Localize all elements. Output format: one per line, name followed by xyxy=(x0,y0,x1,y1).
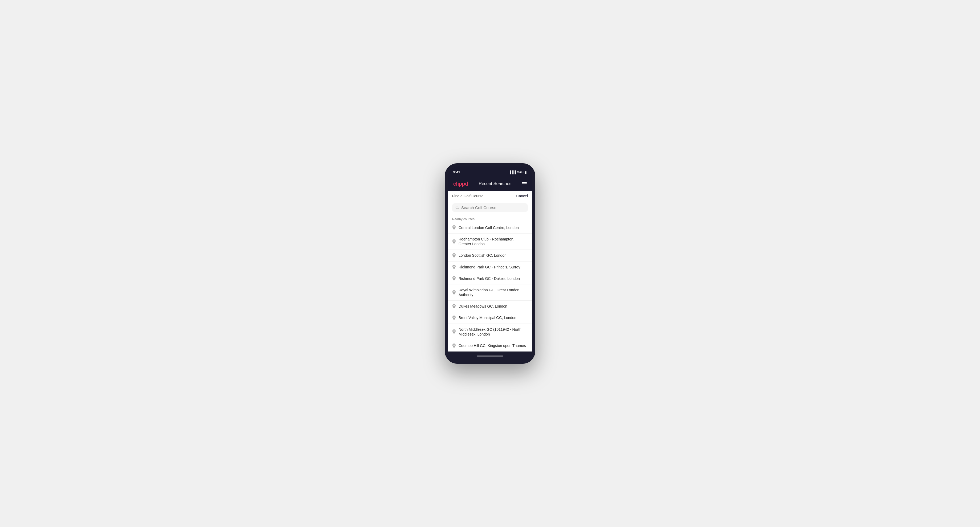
course-name: North Middlesex GC (1011942 - North Midd… xyxy=(458,327,528,337)
course-name: Dukes Meadows GC, London xyxy=(458,304,508,309)
cancel-button[interactable]: Cancel xyxy=(516,194,528,198)
search-input-wrapper[interactable] xyxy=(452,203,528,212)
course-name: Richmond Park GC - Duke's, London xyxy=(458,276,520,281)
list-item[interactable]: Roehampton Club - Roehampton, Greater Lo… xyxy=(448,233,532,250)
status-time: 9:41 xyxy=(453,170,460,174)
header-title: Recent Searches xyxy=(479,181,512,186)
search-input[interactable] xyxy=(461,205,525,210)
list-item[interactable]: North Middlesex GC (1011942 - North Midd… xyxy=(448,324,532,340)
signal-icon: ▐▐▐ xyxy=(509,170,516,174)
search-bar xyxy=(448,201,532,215)
list-item[interactable]: Coombe Hill GC, Kingston upon Thames xyxy=(448,340,532,351)
home-bar xyxy=(477,356,503,357)
location-icon xyxy=(452,253,456,258)
list-item[interactable]: Dukes Meadows GC, London xyxy=(448,301,532,312)
location-icon xyxy=(452,316,456,320)
course-name: Royal Wimbledon GC, Great London Authori… xyxy=(458,287,528,297)
list-item[interactable]: Richmond Park GC - Duke's, London xyxy=(448,273,532,284)
battery-icon: ▮ xyxy=(525,170,527,174)
nearby-section-label: Nearby courses xyxy=(448,215,532,222)
course-name: Central London Golf Centre, London xyxy=(458,225,519,230)
home-indicator xyxy=(448,351,532,360)
location-icon xyxy=(452,329,456,334)
course-name: Coombe Hill GC, Kingston upon Thames xyxy=(458,343,526,348)
course-name: Brent Valley Municipal GC, London xyxy=(458,315,516,320)
list-item[interactable]: Central London Golf Centre, London xyxy=(448,222,532,233)
course-name: Roehampton Club - Roehampton, Greater Lo… xyxy=(458,237,528,246)
status-icons: ▐▐▐ WiFi ▮ xyxy=(509,170,527,174)
course-list: Central London Golf Centre, London Roeha… xyxy=(448,222,532,351)
app-header: clippd Recent Searches xyxy=(448,178,532,190)
course-name: Richmond Park GC - Prince's, Surrey xyxy=(458,265,520,270)
location-icon xyxy=(452,225,456,230)
menu-icon[interactable] xyxy=(522,182,527,185)
list-item[interactable]: Brent Valley Municipal GC, London xyxy=(448,312,532,324)
app-logo: clippd xyxy=(453,181,468,187)
wifi-icon: WiFi xyxy=(517,170,523,174)
svg-line-1 xyxy=(458,208,459,209)
status-bar: 9:41 ▐▐▐ WiFi ▮ xyxy=(448,167,532,178)
find-header: Find a Golf Course Cancel xyxy=(448,190,532,201)
list-item[interactable]: London Scottish GC, London xyxy=(448,250,532,261)
location-icon xyxy=(452,265,456,269)
location-icon xyxy=(452,304,456,309)
location-icon xyxy=(452,290,456,295)
list-item[interactable]: Royal Wimbledon GC, Great London Authori… xyxy=(448,284,532,301)
phone-frame: 9:41 ▐▐▐ WiFi ▮ clippd Recent Searches xyxy=(445,163,535,364)
location-icon xyxy=(452,276,456,281)
search-icon xyxy=(455,206,459,209)
course-name: London Scottish GC, London xyxy=(458,253,506,258)
location-icon xyxy=(452,240,456,244)
app-body: Find a Golf Course Cancel Nearby courses xyxy=(448,190,532,351)
list-item[interactable]: Richmond Park GC - Prince's, Surrey xyxy=(448,262,532,273)
find-label: Find a Golf Course xyxy=(452,194,484,198)
location-icon xyxy=(452,343,456,348)
